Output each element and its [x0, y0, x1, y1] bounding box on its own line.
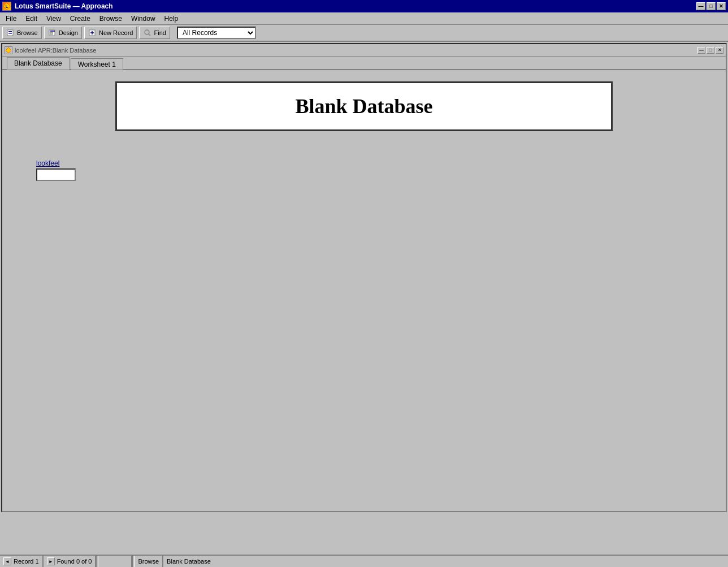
field-label: lookfeel	[36, 159, 692, 167]
doc-title: lookfeel.APR:Blank Database	[15, 47, 96, 54]
new-record-button[interactable]: New Record	[84, 27, 137, 39]
toolbar: Browse Design New Record F	[0, 25, 728, 42]
field-area: lookfeel	[14, 148, 714, 192]
minimize-button[interactable]: —	[696, 2, 705, 10]
menu-file[interactable]: File	[1, 14, 21, 24]
menu-view[interactable]: View	[42, 14, 66, 24]
svg-marker-13	[6, 47, 11, 53]
menu-browse[interactable]: Browse	[95, 14, 127, 24]
svg-rect-4	[8, 33, 12, 34]
close-button[interactable]: ✕	[717, 2, 726, 10]
doc-icon[interactable]	[5, 46, 12, 54]
svg-rect-7	[50, 32, 53, 34]
menu-window[interactable]: Window	[127, 14, 160, 24]
main-content: Blank Database lookfeel	[2, 70, 726, 511]
records-dropdown: All Records	[177, 27, 256, 39]
svg-rect-3	[8, 31, 12, 32]
find-button[interactable]: Find	[139, 27, 170, 39]
svg-point-11	[145, 30, 149, 34]
design-label: Design	[59, 29, 78, 36]
menu-help[interactable]: Help	[160, 14, 183, 24]
title-bar-left: L Lotus SmartSuite — Approach	[2, 2, 113, 11]
tabs-bar: Blank Database Worksheet 1	[2, 57, 726, 70]
document-container: lookfeel.APR:Blank Database — □ ✕ Blank …	[1, 43, 727, 512]
new-record-icon	[88, 28, 97, 37]
doc-title-bar: lookfeel.APR:Blank Database — □ ✕	[2, 44, 726, 57]
title-bar: L Lotus SmartSuite — Approach — □ ✕	[0, 0, 728, 12]
browse-button[interactable]: Browse	[2, 27, 42, 39]
doc-title-controls: — □ ✕	[697, 47, 723, 54]
tab-worksheet1[interactable]: Worksheet 1	[71, 58, 123, 70]
doc-title-left: lookfeel.APR:Blank Database	[5, 46, 96, 54]
tab-blank-database[interactable]: Blank Database	[7, 57, 70, 70]
design-icon	[48, 28, 57, 37]
browse-icon	[6, 28, 15, 37]
app-icon: L	[2, 2, 11, 11]
menu-bar: File Edit View Create Browse Window Help	[0, 12, 728, 25]
doc-minimize-button[interactable]: —	[697, 47, 705, 54]
browse-label: Browse	[17, 29, 38, 36]
records-select[interactable]: All Records	[177, 27, 256, 39]
menu-edit[interactable]: Edit	[21, 14, 42, 24]
new-record-label: New Record	[99, 29, 133, 36]
menu-create[interactable]: Create	[66, 14, 95, 24]
doc-close-button[interactable]: ✕	[716, 47, 723, 54]
maximize-button[interactable]: □	[707, 2, 716, 10]
doc-maximize-button[interactable]: □	[707, 47, 714, 54]
field-input[interactable]	[36, 168, 76, 181]
svg-text:L: L	[6, 5, 8, 8]
db-title-text: Blank Database	[295, 95, 432, 118]
title-bar-controls: — □ ✕	[696, 2, 726, 10]
app-title: Lotus SmartSuite — Approach	[15, 2, 113, 10]
svg-line-12	[149, 34, 150, 36]
find-icon	[143, 28, 152, 37]
design-button[interactable]: Design	[44, 27, 82, 39]
db-title-box: Blank Database	[115, 81, 613, 131]
find-label: Find	[154, 29, 166, 36]
